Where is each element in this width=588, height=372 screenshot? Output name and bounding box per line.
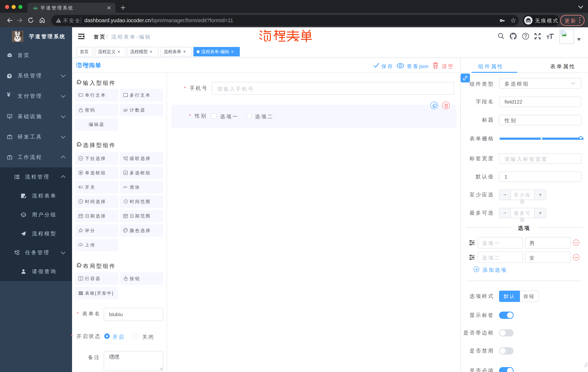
svg-text:123: 123 [123, 108, 128, 111]
